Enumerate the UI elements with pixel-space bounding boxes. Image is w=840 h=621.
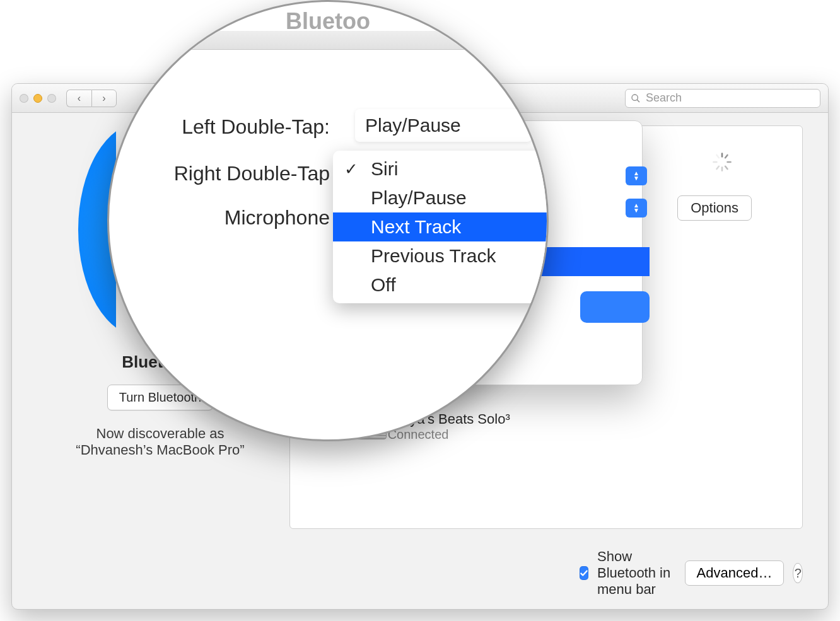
svg-line-5 [725, 166, 727, 169]
dropdown-option-label: Next Track [371, 216, 461, 237]
search-field-wrap[interactable] [625, 89, 820, 108]
discoverable-line2: “Dhvanesh’s MacBook Pro” [76, 442, 244, 458]
dropdown-option[interactable]: Next Track [333, 212, 549, 241]
footer-bar: Show Bluetooth in menu bar Advanced… ? [580, 548, 803, 598]
close-window-dot[interactable] [20, 94, 28, 103]
show-in-menu-bar-checkbox[interactable] [580, 566, 588, 580]
discoverable-text: Now discoverable as “Dhvanesh’s MacBook … [76, 426, 244, 458]
checkmark-icon: ✓ [344, 160, 358, 179]
search-input[interactable] [645, 91, 815, 105]
dropdown-option-label: Play/Pause [371, 187, 467, 208]
nav-buttons: ‹ › [66, 90, 117, 107]
back-button[interactable]: ‹ [66, 90, 91, 107]
svg-line-3 [725, 155, 727, 158]
magnifier-overlay: Bluetoo Left Double-Tap: Right Double-Ta… [107, 0, 549, 441]
connecting-spinner-icon [711, 151, 733, 173]
done-button[interactable] [580, 291, 650, 323]
forward-button[interactable]: › [91, 90, 117, 107]
magnified-window-title: Bluetoo [286, 8, 370, 35]
svg-line-1 [637, 100, 639, 102]
dropdown-stepper-icon[interactable] [626, 199, 647, 218]
svg-line-7 [717, 166, 719, 169]
dropdown-stepper-icon[interactable] [626, 166, 647, 185]
microphone-label: Microphone [122, 206, 330, 229]
dropdown-option-label: Siri [371, 158, 398, 179]
right-double-tap-dropdown[interactable]: ✓SiriPlay/PauseNext TrackPrevious TrackO… [333, 151, 549, 303]
dropdown-option-label: Previous Track [371, 245, 496, 266]
svg-point-0 [632, 95, 638, 100]
zoom-window-dot[interactable] [47, 94, 56, 103]
window-controls [20, 94, 56, 103]
left-double-tap-value: Play/Pause [365, 115, 461, 136]
advanced-button[interactable]: Advanced… [685, 560, 785, 586]
device-options-button[interactable]: Options [677, 195, 752, 221]
dropdown-option[interactable]: Play/Pause [333, 183, 549, 212]
left-double-tap-label: Left Double-Tap: [122, 115, 330, 139]
dropdown-option[interactable]: Off [333, 270, 549, 299]
left-double-tap-select[interactable]: Play/Pause [355, 109, 532, 142]
svg-line-9 [717, 155, 719, 158]
search-icon [631, 93, 641, 103]
dropdown-option-label: Off [371, 274, 395, 295]
minimize-window-dot[interactable] [33, 94, 42, 103]
dropdown-option[interactable]: ✓Siri [333, 154, 549, 183]
help-button[interactable]: ? [793, 563, 803, 583]
right-double-tap-label: Right Double-Tap [122, 162, 330, 185]
show-in-menu-bar-label: Show Bluetooth in menu bar [597, 548, 676, 598]
discoverable-line1: Now discoverable as [76, 426, 244, 442]
dropdown-option[interactable]: Previous Track [333, 241, 549, 270]
